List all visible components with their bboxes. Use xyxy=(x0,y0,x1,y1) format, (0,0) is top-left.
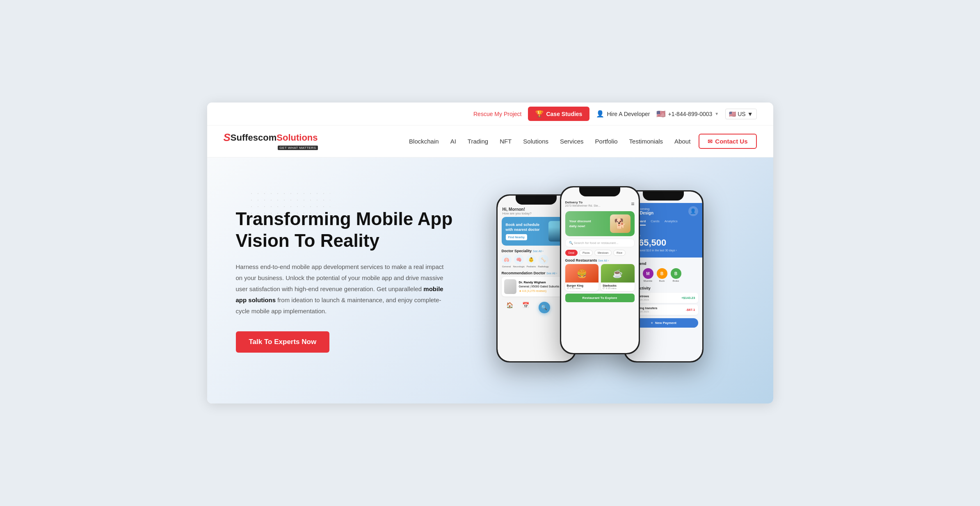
contact-muentie-name: Muentie xyxy=(644,280,652,282)
spec-neuro-icon: 🧠 xyxy=(514,255,524,264)
finance-avatar: 👤 xyxy=(688,206,698,216)
case-studies-button[interactable]: 🏆 Case Studies xyxy=(528,107,589,121)
restaurant-cards: 🍔 Burger King ⏱ 0.15 mins ☕ Starbucks ⏱ … xyxy=(561,264,639,291)
mail-icon: ✉ xyxy=(708,138,713,145)
new-payment-label: New Payment xyxy=(655,321,676,325)
rescue-link[interactable]: Rescue My Project xyxy=(473,111,521,117)
contact-broke: B Broke xyxy=(671,268,681,282)
cat-mexican[interactable]: Mexican xyxy=(594,250,612,256)
nav-services[interactable]: Services xyxy=(560,138,584,145)
burgerking-name: Burger King xyxy=(567,284,597,287)
logo[interactable]: S SuffescomSolutions GET WHAT MATTERS xyxy=(224,131,318,151)
navbar: S SuffescomSolutions GET WHAT MATTERS Bl… xyxy=(207,125,773,157)
hero-section: Transforming Mobile App Vision To Realit… xyxy=(207,157,773,403)
home-nav-icon[interactable]: 🏠 xyxy=(506,302,513,313)
spec-pediatric: 👶 Pediatric xyxy=(526,255,536,268)
pet-image: 🐕 xyxy=(610,214,630,233)
tx2-amount: -$87.1 xyxy=(686,308,695,312)
phone-notch-right xyxy=(643,191,684,201)
find-nearby-btn[interactable]: Find Nearby xyxy=(506,234,527,241)
rest-burgerking[interactable]: 🍔 Burger King ⏱ 0.15 mins xyxy=(565,264,599,291)
food-screen: Delivery To 2073 Westheimer Rd. Ste... ≡… xyxy=(561,187,639,353)
phone-notch-center xyxy=(579,187,620,196)
contact-muentie-avatar: M xyxy=(643,268,653,279)
burgerking-detail: ⏱ 0.15 mins xyxy=(567,287,597,289)
nav-about[interactable]: About xyxy=(674,138,690,145)
hire-developer-link[interactable]: 👤 Hire A Developer xyxy=(596,110,650,118)
restaurants-title: Good Restaurants See All › xyxy=(561,258,639,264)
hero-description: Harness end-to-end mobile app developmen… xyxy=(236,261,449,317)
hero-phones: Hi, Mornon! How are you today? Book and … xyxy=(474,182,757,379)
explore-button[interactable]: Restaurant To Explore xyxy=(565,294,635,302)
tab-cards[interactable]: Cards xyxy=(651,219,659,226)
nav-portfolio[interactable]: Portfolio xyxy=(595,138,618,145)
nav-trading[interactable]: Trading xyxy=(468,138,488,145)
logo-tagline: GET WHAT MATTERS xyxy=(278,146,318,150)
contact-broke-avatar: B xyxy=(671,268,681,279)
phone-dropdown-icon[interactable]: ▼ xyxy=(715,112,719,116)
spec-general-label: General xyxy=(502,265,511,268)
logo-solutions: Solutions xyxy=(276,132,318,143)
rest-starbucks[interactable]: ☕ Starbucks ⏱ 0.15 mins xyxy=(601,264,635,291)
cat-rice[interactable]: Rice xyxy=(613,250,626,256)
nav-blockchain[interactable]: Blockchain xyxy=(409,138,439,145)
top-bar: Rescue My Project 🏆 Case Studies 👤 Hire … xyxy=(207,103,773,125)
cat-pizza[interactable]: Pizza xyxy=(579,250,593,256)
cta-button[interactable]: Talk To Experts Now xyxy=(236,331,330,353)
phone-food: Delivery To 2073 Westheimer Rd. Ste... ≡… xyxy=(560,186,640,354)
nav-testimonials[interactable]: Testimonials xyxy=(629,138,663,145)
tx1-amount: +$143.23 xyxy=(681,296,695,300)
phone-number: +1-844-899-0003 xyxy=(668,111,712,117)
doctor-spec: General | 95000 Gated Suburbs xyxy=(519,285,560,289)
spec-pediatric-icon: 👶 xyxy=(526,255,536,264)
contact-broke-name: Broke xyxy=(673,280,679,282)
food-banner: Your discountdaily now! 🐕 xyxy=(565,211,635,236)
nav-nft[interactable]: NFT xyxy=(500,138,512,145)
hero-content: Transforming Mobile App Vision To Realit… xyxy=(236,208,474,353)
food-banner-text: Your discountdaily now! xyxy=(569,219,608,228)
food-search[interactable]: 🔍 Search for food or restaurant... xyxy=(565,239,635,247)
doctor-rating: ★ 4.8 (4,279 reviews) xyxy=(519,289,560,294)
search-float-btn[interactable]: 🔍 xyxy=(539,302,550,313)
starbucks-img: ☕ xyxy=(601,264,635,283)
spec-pediatric-label: Pediatric xyxy=(527,265,536,268)
burgerking-img: 🍔 xyxy=(565,264,599,283)
contact-buck-name: Buck xyxy=(659,280,665,282)
plus-icon: ＋ xyxy=(650,321,653,325)
spec-neuro-label: Neurologic xyxy=(513,265,525,268)
spec-general-icon: 🫁 xyxy=(502,255,512,264)
region-flag-icon: 🇺🇸 xyxy=(729,111,736,117)
calendar-nav-icon[interactable]: 📅 xyxy=(522,302,529,313)
region-selector[interactable]: 🇺🇸 US ▼ xyxy=(725,109,756,119)
spec-radiology: 🦴 Radiology xyxy=(538,255,549,268)
nav-ai[interactable]: AI xyxy=(450,138,456,145)
spec-neuro: 🧠 Neurologic xyxy=(513,255,525,268)
contact-buck: B Buck xyxy=(657,268,667,282)
food-location: Delivery To xyxy=(565,201,601,204)
doctor-avatar xyxy=(504,279,516,294)
phone-notch-left xyxy=(516,196,557,205)
food-filter-icon[interactable]: ≡ xyxy=(631,201,634,207)
us-flag-icon: 🇺🇸 xyxy=(656,109,665,119)
logo-s-icon: S xyxy=(224,131,231,144)
spec-radiology-icon: 🦴 xyxy=(539,255,548,264)
contact-us-button[interactable]: ✉ Contact Us xyxy=(699,134,756,149)
tab-analytics[interactable]: Analytics xyxy=(665,219,678,226)
starbucks-detail: ⏱ 0.15 mins xyxy=(603,287,633,289)
food-address: 2073 Westheimer Rd. Ste... xyxy=(565,204,601,207)
doctor-name: Dr. Randy Wigham xyxy=(519,280,560,285)
doctor-info: Dr. Randy Wigham General | 95000 Gated S… xyxy=(519,280,560,293)
person-icon: 👤 xyxy=(596,110,604,118)
page-wrapper: Rescue My Project 🏆 Case Studies 👤 Hire … xyxy=(207,103,773,403)
cat-deal[interactable]: Deal xyxy=(565,250,578,256)
phone-area: 🇺🇸 +1-844-899-0003 ▼ xyxy=(656,109,719,119)
food-categories: Deal Pizza Mexican Rice xyxy=(561,250,639,256)
logo-name: Suffescom xyxy=(231,132,276,143)
nav-solutions[interactable]: Solutions xyxy=(523,138,548,145)
nav-links: Blockchain AI Trading NFT Solutions Serv… xyxy=(409,138,690,145)
region-dropdown-icon: ▼ xyxy=(747,111,753,117)
med-card-text: Book and schedule with nearest doctor Fi… xyxy=(506,222,545,241)
contact-muentie: M Muentie xyxy=(643,268,653,282)
spec-general: 🫁 General xyxy=(502,255,512,268)
food-header: Delivery To 2073 Westheimer Rd. Ste... ≡ xyxy=(561,199,639,210)
